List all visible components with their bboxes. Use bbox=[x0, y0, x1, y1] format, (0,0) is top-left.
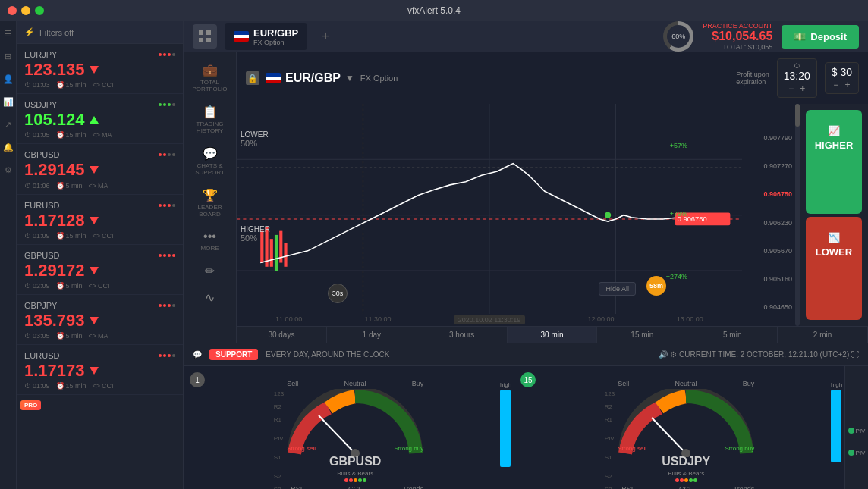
price-scale: 0.907790 0.907270 0.906750 0.906230 0.90… bbox=[742, 104, 795, 326]
currency-item-gbpusd[interactable]: GBPUSD 1.29145 ⏱ 01:06 ⏰ 5 min <> MA bbox=[17, 144, 183, 194]
currency-name-gbpjpy: GBPJPY bbox=[24, 301, 175, 310]
lower-icon: 📉 bbox=[828, 232, 840, 243]
indicator-usdjpy: 15 123R2R1PIVS1S2S3 Sell Neutral Buy bbox=[514, 366, 845, 489]
practice-label: PRACTICE ACCOUNT bbox=[703, 22, 772, 30]
amount-minus[interactable]: − bbox=[833, 80, 838, 90]
timeframe-30m[interactable]: 30 min bbox=[508, 327, 598, 343]
close-button[interactable] bbox=[8, 6, 17, 15]
active-tab-eurgbp[interactable]: EUR/GBP FX Option bbox=[225, 23, 307, 50]
svg-rect-1 bbox=[206, 30, 211, 35]
time-2: 11:30:00 bbox=[364, 315, 391, 324]
lower-button[interactable]: 📉 LOWER bbox=[806, 217, 862, 321]
meta-eurusd: ⏱ 01:09 ⏰ 15 min <> CCI bbox=[24, 232, 175, 240]
arrow-down-eurusd bbox=[90, 217, 99, 224]
svg-rect-18 bbox=[284, 243, 287, 266]
settings-icon2[interactable]: ⚙ bbox=[670, 350, 677, 359]
currency-item-eurjpy[interactable]: EURJPY 123.135 ⏱ 01:03 ⏰ 15 min <> CCI bbox=[17, 44, 183, 94]
support-time: 🔊 ⚙ CURRENT TIME: 2 OCTOBER, 12:21:10 (U… bbox=[659, 350, 859, 359]
timeframe-2m[interactable]: 2 min bbox=[778, 327, 868, 343]
tool-chats[interactable]: 💬 CHATS & SUPPORT bbox=[187, 142, 233, 180]
arrow-down-eurusd2 bbox=[90, 367, 99, 375]
meta-eurusd2: ⏱ 01:09 ⏰ 15 min <> CCI bbox=[24, 382, 175, 390]
arrow-down-gbpusd2 bbox=[90, 267, 99, 274]
gauge-area-1: 123R2R1PIVS1S2S3 Sell Neutral Buy bbox=[190, 372, 508, 489]
price-p5: 0.905670 bbox=[742, 247, 792, 255]
portfolio-icon: 💼 bbox=[203, 63, 218, 77]
tab-pair-name: EUR/GBP bbox=[253, 27, 298, 39]
chart-tools: 💼 TOTAL PORTFOLIO 📋 TRADING HISTORY 💬 CH… bbox=[184, 52, 237, 343]
price-p4: 0.906230 bbox=[742, 219, 792, 227]
chart-icon[interactable]: 📊 bbox=[2, 96, 14, 108]
support-message: EVERY DAY, AROUND THE CLOCK bbox=[266, 350, 389, 359]
gauge-2: Sell Neutral Buy bbox=[618, 380, 754, 489]
grid-view-button[interactable] bbox=[193, 24, 217, 49]
currency-item-eurusd[interactable]: EURUSD 1.17128 ⏱ 01:09 ⏰ 15 min <> CCI bbox=[17, 195, 183, 245]
pair-flag bbox=[266, 73, 281, 83]
piv-markers: PIV PIV bbox=[845, 366, 868, 489]
price-eurusd: 1.17128 bbox=[24, 212, 85, 230]
account-info: PRACTICE ACCOUNT $10,054.65 TOTAL: $10,0… bbox=[703, 22, 772, 51]
hide-all-button[interactable]: Hide All bbox=[599, 282, 636, 296]
filter-label: Filters off bbox=[39, 28, 74, 37]
timeframe-1d[interactable]: 1 day bbox=[327, 327, 417, 343]
higher-icon: 📈 bbox=[828, 125, 840, 136]
icon-bar: ☰ ⊞ 👤 📊 ↗ 🔔 ⚙ bbox=[0, 21, 17, 489]
user-icon[interactable]: 👤 bbox=[2, 73, 14, 85]
speaker-icon[interactable]: 🔊 bbox=[659, 350, 668, 359]
currency-item-gbpusd2[interactable]: GBPUSD 1.29172 ⏱ 02:09 ⏰ 5 min <> CCI bbox=[17, 245, 183, 295]
tool-portfolio[interactable]: 💼 TOTAL PORTFOLIO bbox=[187, 58, 233, 97]
tool-more[interactable]: ••• MORE bbox=[187, 225, 233, 256]
svg-point-19 bbox=[605, 212, 611, 218]
timeframe-3h[interactable]: 3 hours bbox=[417, 327, 508, 343]
timeframe-5m[interactable]: 5 min bbox=[687, 327, 778, 343]
minimize-button[interactable] bbox=[21, 6, 30, 15]
bulls-bears-2: Bulls & Bears bbox=[668, 470, 704, 477]
currency-item-eurusd2[interactable]: EURUSD 1.17173 ⏱ 01:09 ⏰ 15 min <> CCI bbox=[17, 345, 183, 395]
timeframe-30d[interactable]: 30 days bbox=[237, 327, 327, 343]
higher-button[interactable]: 📈 HIGHER bbox=[806, 110, 862, 214]
price-gbpjpy: 135.793 bbox=[24, 312, 85, 330]
timer-minus[interactable]: − bbox=[788, 83, 794, 94]
timer-plus[interactable]: + bbox=[800, 83, 805, 94]
support-bar: 💬 SUPPORT EVERY DAY, AROUND THE CLOCK 🔊 … bbox=[184, 343, 868, 365]
price-eurusd2: 1.17173 bbox=[24, 362, 85, 380]
progress-value: 60% bbox=[667, 25, 690, 48]
currency-item-usdjpy[interactable]: USDJPY 105.124 ⏱ 01:05 ⏰ 15 min <> MA bbox=[17, 94, 183, 144]
arrow-up-usdjpy bbox=[90, 116, 99, 124]
timer-value: 13:20 bbox=[784, 70, 810, 82]
deposit-button[interactable]: 💵 Deposit bbox=[782, 25, 859, 49]
pencil-icon: ✏ bbox=[205, 264, 215, 278]
price-p1: 0.907790 bbox=[742, 134, 792, 142]
tool-history[interactable]: 📋 TRADING HISTORY bbox=[187, 100, 233, 139]
trending-icon[interactable]: ↗ bbox=[2, 118, 14, 130]
filter-icon: ⚡ bbox=[24, 27, 35, 37]
indicators-bar: 1 123R2R1PIVS1S2S3 Sell Neutral Buy bbox=[184, 365, 868, 489]
svg-rect-2 bbox=[199, 38, 203, 42]
support-badge[interactable]: SUPPORT bbox=[209, 349, 258, 360]
home-icon[interactable]: ⊞ bbox=[2, 50, 14, 62]
time-3: 12:00:00 bbox=[587, 315, 614, 324]
chart-body: LOWER 50% HIGHER 50% bbox=[237, 104, 868, 326]
meta-gbpusd2: ⏱ 02:09 ⏰ 5 min <> CCI bbox=[24, 282, 175, 290]
chart-type: FX Option bbox=[360, 74, 398, 83]
tool-leaderboard[interactable]: 🏆 LEADER BOARD bbox=[187, 183, 233, 222]
add-tab-button[interactable]: + bbox=[315, 26, 336, 47]
menu-icon[interactable]: ☰ bbox=[2, 27, 14, 39]
dropdown-icon[interactable]: ▼ bbox=[345, 73, 354, 83]
tool-curve[interactable]: ∿ bbox=[187, 286, 233, 309]
currency-item-gbpjpy[interactable]: GBPJPY 135.793 ⏱ 03:05 ⏰ 5 min <> MA bbox=[17, 295, 183, 345]
maximize-button[interactable] bbox=[35, 6, 44, 15]
arrow-down-gbpusd bbox=[90, 166, 99, 174]
fullscreen-button[interactable]: ⛶ bbox=[851, 350, 859, 359]
settings-icon[interactable]: ⚙ bbox=[2, 164, 14, 176]
timeframe-15m[interactable]: 15 min bbox=[597, 327, 687, 343]
deposit-icon: 💵 bbox=[794, 31, 806, 42]
bell-icon[interactable]: 🔔 bbox=[2, 141, 14, 153]
chart-timestamp: 2020.10.02 11:30:19 bbox=[454, 315, 526, 324]
time-1: 11:00:00 bbox=[275, 315, 302, 324]
amount-plus[interactable]: + bbox=[844, 80, 850, 90]
window-controls bbox=[8, 6, 44, 15]
tool-draw[interactable]: ✏ bbox=[187, 259, 233, 283]
sidebar: ⚡ Filters off EURJPY 123.135 ⏱ 01:03 ⏰ 1… bbox=[17, 21, 184, 489]
time-4: 13:00:00 bbox=[677, 315, 703, 324]
